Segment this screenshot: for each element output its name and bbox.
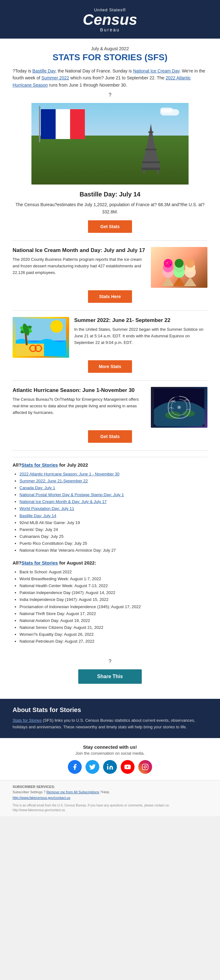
list-item: Women?s Equality Day: August 26, 2022 [19,631,207,638]
svg-marker-14 [173,277,185,286]
divider-1 [13,240,207,241]
svg-marker-18 [184,277,196,286]
stats-for-stories-about-link[interactable]: Stats for Stories [13,718,42,723]
august-heading-prefix: All? [13,560,21,565]
about-title: About Stats for Stories [13,706,207,714]
svg-rect-22 [165,266,166,266]
intro-text2: , the National Day of France. Sunday is [55,68,133,73]
ice-cream-text: National Ice Cream Month and Day: July a… [13,247,146,280]
list-item[interactable]: World Population Day: July 11 [19,505,207,512]
hurricane-title: Atlantic Hurricane Season: June 1-Novemb… [13,387,146,394]
remove-subscriptions-link[interactable]: Remove me from All Subscriptions [47,790,99,794]
list-item: National Korean War Veterans Armistice D… [19,547,207,554]
list-item: National Health Center Week: August 7-13… [19,582,207,589]
svg-marker-10 [162,277,174,286]
list-item[interactable]: Summer 2022: June 21-Sepember 22 [19,477,207,485]
stats-here-btn[interactable]: Stats Here [88,290,132,303]
july-list: 2022 Atlantic Hurricane Season: June 1 -… [13,471,207,554]
ice-cream-image [151,247,207,288]
hurricane-body: The Census Bureau?s OnTheMap for Emergen… [13,396,146,416]
bastille-body: The Census Bureau?estimates the July 1,2… [13,201,207,215]
svg-rect-8 [143,170,145,174]
svg-rect-23 [170,264,171,265]
svg-point-26 [50,320,63,332]
subscriber-label: SUBSCRIBER SERVICES: [13,785,55,789]
bastille-day-link[interactable]: Bastille Day [32,68,55,73]
list-item: National Aviation Day: August 19, 2022 [19,617,207,624]
twitter-icon[interactable] [85,760,99,774]
ice-cream-title: National Ice Cream Month and Day: July a… [13,247,146,254]
bastille-heading: Bastille Day: July 14 [13,191,207,198]
svg-point-21 [186,259,194,268]
stats-for-stories-link-july[interactable]: Stats for Stories [21,462,58,468]
question-mark-1: ? [13,92,207,98]
july-list-heading: All?Stats for Stories for July 2022 [13,462,207,468]
national-ice-cream-link[interactable]: National Ice Cream Day [133,68,180,73]
stats-for-stories-link-august[interactable]: Stats for Stories [21,560,58,565]
august-heading-suffix: for August 2022: [58,560,96,565]
svg-rect-7 [141,167,160,170]
august-list: Back to School: August 2022World Breastf… [13,569,207,645]
list-item: Pakistan Independence Day (1947): August… [19,589,207,596]
about-body: Stats for Stories (SFS) links you to U.S… [13,718,207,730]
list-item: Proclamation of Indonesian Independence … [19,603,207,610]
footer-address-link[interactable]: http://www.fakecensus.gov/contact.us [13,796,70,800]
social-title: Stay connected with us! [13,745,207,750]
social-section: Stay connected with us! Join the convers… [0,738,220,780]
list-item: Puerto Rico Constitution Day: July 25 [19,540,207,547]
share-section: Share This [13,669,207,684]
hero-image-container [13,103,207,186]
list-item[interactable]: National Ice Cream Month & Day: July & J… [19,498,207,505]
summer-2022-link[interactable]: Summer 2022 [42,75,69,80]
list-item: National Thrift Store Day: August 17, 20… [19,610,207,617]
about-section: About Stats for Stories Stats for Storie… [0,699,220,738]
youtube-icon[interactable] [121,760,135,774]
instagram-icon[interactable] [138,760,152,774]
french-flag [41,109,85,139]
list-item: National Senior Citizens Day: August 21,… [19,624,207,631]
get-stats-btn-1[interactable]: Get Stats [88,220,132,233]
share-this-btn[interactable]: Share This [78,669,142,684]
svg-point-45 [107,764,108,765]
svg-rect-2 [148,132,153,133]
social-icons [13,760,207,774]
logo-census: Census [6,12,214,27]
divider-3 [13,380,207,381]
list-item: Back to School: August 2022 [19,569,207,576]
footer-fine-print: This is an official email from the U.S. … [13,803,207,813]
svg-rect-6 [142,161,160,163]
list-item: Parents' Day: July 24 [19,526,207,533]
intro-text4: which runs from? June 21 to September 22… [69,75,165,80]
intro-paragraph: ?Today is Bastille Day, the National Day… [13,67,207,89]
list-item[interactable]: National Postal Worker Day & Postage Sta… [19,492,207,498]
summer-image [13,317,69,358]
eiffel-tower-icon [138,124,164,175]
list-item: India Independence Day (1947): August 15… [19,596,207,603]
question-mark-2: ? [13,659,207,664]
list-item[interactable]: 2022 Atlantic Hurricane Season: June 1 -… [19,471,207,477]
hurricane-text: Atlantic Hurricane Season: June 1-Novemb… [13,387,146,420]
svg-point-44 [178,406,180,408]
summer-text: Summer 2022: June 21- September 22 In th… [74,317,207,350]
footer: SUBSCRIBER SERVICES: Subscriber Settings… [0,780,220,816]
divider-2 [13,310,207,311]
svg-rect-47 [142,764,148,770]
facebook-icon[interactable] [68,760,82,774]
get-stats-btn-2[interactable]: Get Stats [88,430,132,443]
date-label: July & August 2022 [13,46,207,51]
intro-text5: runs from June 1 through November 30. [48,83,127,88]
email-wrapper: United States® Census Bureau July & Augu… [0,0,220,816]
july-heading-suffix: for July 2022 [58,462,88,468]
footer-settings: Subscriber Settings ? [13,790,46,794]
hurricane-image [151,387,207,428]
linkedin-icon[interactable] [103,760,117,774]
header: United States® Census Bureau [0,0,220,38]
list-item[interactable]: Bastille Day: July 14 [19,512,207,519]
footer-help: ?Help [100,790,109,794]
more-stats-btn[interactable]: More Stats [88,360,132,373]
list-item[interactable]: Canada Day: July 1 [19,485,207,492]
hurricane-section: Atlantic Hurricane Season: June 1-Novemb… [13,387,207,428]
ice-cream-body: The 2020 County Business Patterns progra… [13,256,146,276]
lists-section: All?Stats for Stories for July 2022 2022… [13,457,207,656]
hurricane-icon [151,387,207,428]
